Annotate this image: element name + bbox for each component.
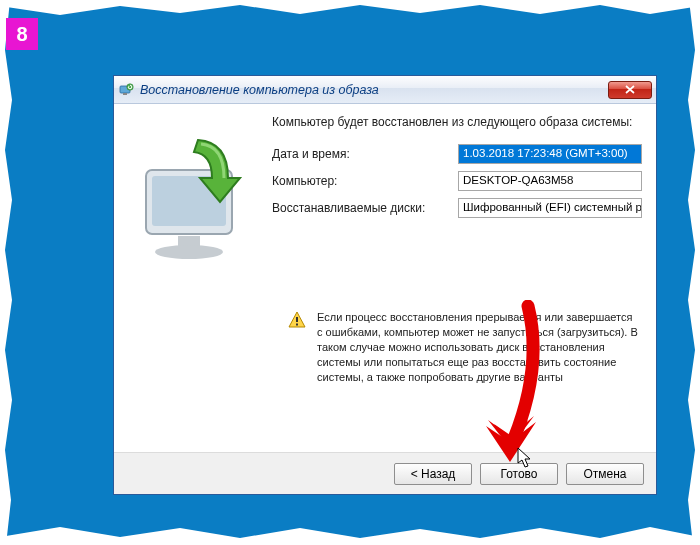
computer-label: Компьютер: xyxy=(272,174,452,188)
svg-marker-1 xyxy=(0,527,700,545)
field-disks: Восстанавливаемые диски: Шифрованный (EF… xyxy=(272,198,642,218)
field-datetime: Дата и время: 1.03.2018 17:23:48 (GMT+3:… xyxy=(272,144,642,164)
dialog-content: Компьютер будет восстановлен из следующе… xyxy=(114,104,656,452)
dialog-title: Восстановление компьютера из образа xyxy=(140,83,608,97)
back-button[interactable]: < Назад xyxy=(394,463,472,485)
datetime-value[interactable]: 1.03.2018 17:23:48 (GMT+3:00) xyxy=(458,144,642,164)
warning-icon xyxy=(287,310,307,330)
ready-button[interactable]: Готово xyxy=(480,463,558,485)
warning-text: Если процесс восстановления прерывается … xyxy=(317,310,638,384)
computer-value[interactable]: DESKTOP-QA63M58 xyxy=(458,171,642,191)
svg-marker-3 xyxy=(688,0,700,545)
button-bar: < Назад Готово Отмена xyxy=(114,452,656,494)
close-button[interactable] xyxy=(608,81,652,99)
titlebar[interactable]: Восстановление компьютера из образа xyxy=(114,76,656,104)
cancel-button[interactable]: Отмена xyxy=(566,463,644,485)
datetime-label: Дата и время: xyxy=(272,147,452,161)
svg-marker-0 xyxy=(0,0,700,15)
svg-rect-9 xyxy=(178,236,200,246)
step-badge: 8 xyxy=(6,18,38,50)
dialog-heading: Компьютер будет восстановлен из следующе… xyxy=(272,114,642,130)
svg-point-10 xyxy=(155,245,223,259)
wizard-image xyxy=(128,114,260,384)
disks-value[interactable]: Шифрованный (EFI) системный раздел xyxy=(458,198,642,218)
svg-rect-5 xyxy=(123,93,127,95)
field-computer: Компьютер: DESKTOP-QA63M58 xyxy=(272,171,642,191)
svg-marker-2 xyxy=(0,0,12,545)
close-icon xyxy=(625,85,635,94)
svg-rect-12 xyxy=(296,324,298,326)
svg-rect-11 xyxy=(296,317,298,322)
disks-label: Восстанавливаемые диски: xyxy=(272,201,452,215)
warning-panel: Если процесс восстановления прерывается … xyxy=(272,310,642,384)
restore-dialog: Восстановление компьютера из образа xyxy=(113,75,657,495)
system-icon xyxy=(118,82,134,98)
